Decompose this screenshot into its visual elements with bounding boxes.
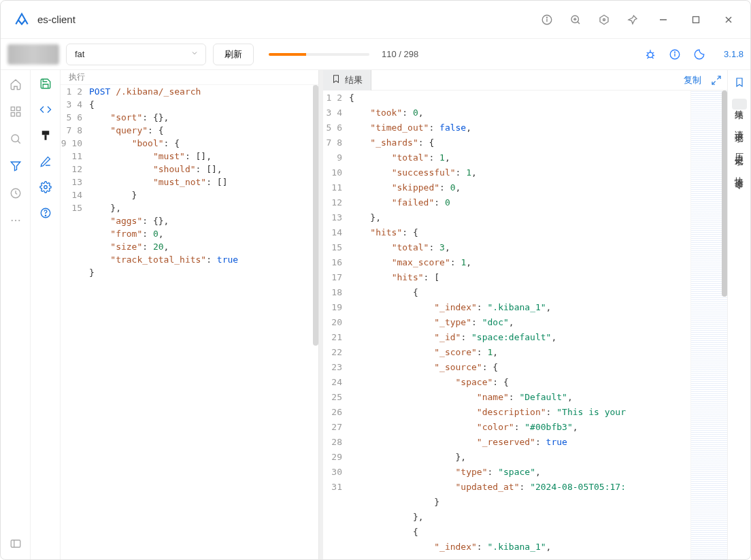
save-icon[interactable] [39,77,52,90]
monitor-icon[interactable] [8,186,23,201]
right-tab-shortcuts[interactable]: 快捷命令 [732,165,747,179]
right-tab-result[interactable]: 结果 [732,99,747,110]
svg-point-39 [44,186,47,189]
refresh-button[interactable]: 刷新 [213,44,254,65]
svg-line-43 [712,81,716,84]
result-pane: 结果 复制 1 2 3 4 5 6 7 8 9 10 11 12 13 14 1… [323,70,727,559]
svg-point-32 [11,220,12,221]
more-icon[interactable] [8,213,23,228]
svg-point-2 [547,17,548,18]
svg-rect-26 [11,113,14,116]
request-gutter: 1 2 3 4 5 6 7 8 9 10 11 12 13 14 15 [61,85,89,559]
svg-rect-25 [16,107,20,110]
svg-rect-27 [16,113,20,116]
svg-point-8 [603,18,605,20]
search-icon[interactable] [8,131,23,146]
request-code[interactable]: POST /.kibana/_search { "sort": {}, "que… [89,85,313,559]
svg-line-29 [18,141,20,144]
copy-button[interactable]: 复制 [684,74,701,86]
window-maximize[interactable] [684,10,708,30]
svg-rect-37 [41,131,49,135]
svg-line-15 [647,52,648,54]
svg-point-33 [14,220,16,221]
svg-line-16 [652,52,654,54]
svg-rect-24 [11,107,14,110]
chevron-down-icon [190,49,199,59]
top-toolbar: fat 刷新 110 / 298 3.1.8 [1,39,750,70]
format-icon[interactable] [39,129,52,142]
svg-rect-10 [693,16,699,22]
svg-marker-7 [600,15,608,24]
environment-select[interactable]: fat [66,44,206,65]
progress-text: 110 / 298 [382,49,418,59]
zoom-icon[interactable] [565,10,586,30]
result-editor[interactable]: 1 2 3 4 5 6 7 8 9 10 11 12 13 14 15 16 1… [323,90,727,559]
result-minimap[interactable] [690,90,727,559]
server-thumb[interactable] [7,44,59,65]
question-icon[interactable] [39,206,52,220]
progress-fill [269,53,306,56]
grid-icon[interactable] [8,104,23,119]
svg-rect-35 [11,540,20,548]
help-icon[interactable] [668,48,682,61]
bookmark-icon [331,74,341,86]
right-tab-bar: 结果 请求记录 历史记录 快捷命令 [727,70,750,559]
info-icon[interactable] [537,10,557,30]
home-icon[interactable] [8,77,23,92]
svg-line-42 [717,76,720,80]
collapse-icon[interactable] [8,536,23,551]
settings-gear-icon[interactable] [39,180,52,194]
bookmark-icon[interactable] [733,76,746,89]
result-tab[interactable]: 结果 [323,70,371,90]
app-title: es-client [37,14,76,25]
theme-icon[interactable] [692,48,706,61]
svg-point-34 [18,220,20,221]
version-label[interactable]: 3.1.8 [724,49,744,59]
window-minimize[interactable] [651,10,675,30]
filter-icon[interactable] [8,159,23,174]
svg-line-4 [578,22,580,24]
progress-area: 110 / 298 [269,49,418,59]
svg-marker-30 [11,162,20,171]
progress-bar [269,53,369,56]
editor-tools-sidebar [31,70,61,559]
target-icon[interactable] [594,10,614,30]
editor-header: 执行 [61,70,318,85]
pin-icon[interactable] [622,10,643,30]
right-tab-history[interactable]: 历史记录 [732,142,747,156]
window-close[interactable] [716,10,741,30]
environment-value: fat [75,49,84,59]
request-editor[interactable]: 1 2 3 4 5 6 7 8 9 10 11 12 13 14 15 POST… [61,85,318,559]
svg-line-19 [648,56,649,58]
svg-point-23 [675,52,675,52]
fullscreen-icon[interactable] [711,75,722,86]
titlebar: es-client [1,1,750,39]
editor-scrollbar[interactable] [313,85,318,559]
request-editor-pane: 执行 1 2 3 4 5 6 7 8 9 10 11 12 13 14 15 P… [61,70,319,559]
svg-point-41 [45,215,46,216]
result-gutter: 1 2 3 4 5 6 7 8 9 10 11 12 13 14 15 16 1… [323,90,349,559]
result-scrollbar-thumb[interactable] [722,90,727,297]
app-logo-icon [13,11,31,29]
svg-line-20 [652,56,653,58]
right-tab-request-log[interactable]: 请求记录 [732,119,747,133]
result-code[interactable]: { "took": 0, "timed_out": false, "_shard… [349,90,690,559]
svg-point-28 [12,135,19,142]
code-icon[interactable] [39,103,52,116]
bug-icon[interactable] [644,48,657,61]
svg-rect-38 [44,135,46,140]
edit-icon[interactable] [39,154,52,168]
result-header: 结果 复制 [323,70,727,90]
primary-sidebar [1,70,31,559]
result-tab-label: 结果 [345,74,363,86]
